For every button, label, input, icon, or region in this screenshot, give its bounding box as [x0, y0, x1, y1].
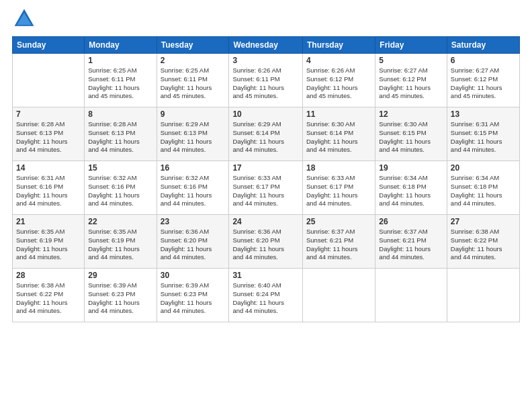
day-cell [303, 269, 375, 322]
day-cell: 19Sunrise: 6:34 AM Sunset: 6:18 PM Dayli… [375, 161, 447, 215]
page: SundayMondayTuesdayWednesdayThursdayFrid… [0, 0, 532, 411]
day-info: Sunrise: 6:40 AM Sunset: 6:24 PM Dayligh… [232, 281, 299, 316]
day-info: Sunrise: 6:37 AM Sunset: 6:21 PM Dayligh… [379, 228, 443, 262]
day-cell: 10Sunrise: 6:29 AM Sunset: 6:14 PM Dayli… [229, 107, 303, 161]
day-info: Sunrise: 6:25 AM Sunset: 6:11 PM Dayligh… [88, 66, 152, 101]
weekday-header-thursday: Thursday [303, 37, 375, 54]
day-info: Sunrise: 6:37 AM Sunset: 6:21 PM Dayligh… [306, 228, 371, 262]
day-info: Sunrise: 6:30 AM Sunset: 6:14 PM Dayligh… [306, 120, 371, 154]
day-number: 25 [306, 217, 371, 226]
day-info: Sunrise: 6:32 AM Sunset: 6:16 PM Dayligh… [88, 174, 152, 208]
day-cell: 26Sunrise: 6:37 AM Sunset: 6:21 PM Dayli… [375, 215, 447, 269]
day-number: 26 [379, 217, 443, 226]
day-number: 28 [16, 271, 81, 280]
weekday-header-saturday: Saturday [447, 37, 519, 54]
day-number: 13 [451, 109, 516, 119]
day-info: Sunrise: 6:31 AM Sunset: 6:16 PM Dayligh… [16, 174, 81, 208]
week-row-4: 21Sunrise: 6:35 AM Sunset: 6:19 PM Dayli… [13, 215, 520, 269]
week-row-2: 7Sunrise: 6:28 AM Sunset: 6:13 PM Daylig… [13, 107, 520, 161]
day-number: 19 [379, 163, 443, 173]
day-cell: 6Sunrise: 6:27 AM Sunset: 6:12 PM Daylig… [447, 54, 519, 107]
day-info: Sunrise: 6:29 AM Sunset: 6:13 PM Dayligh… [161, 120, 226, 154]
day-cell: 15Sunrise: 6:32 AM Sunset: 6:16 PM Dayli… [85, 161, 157, 215]
weekday-header-row: SundayMondayTuesdayWednesdayThursdayFrid… [13, 37, 520, 54]
day-info: Sunrise: 6:36 AM Sunset: 6:20 PM Dayligh… [161, 228, 226, 262]
day-cell: 7Sunrise: 6:28 AM Sunset: 6:13 PM Daylig… [13, 107, 85, 161]
day-number: 8 [88, 109, 152, 119]
day-number: 24 [232, 217, 299, 226]
day-cell: 12Sunrise: 6:30 AM Sunset: 6:15 PM Dayli… [375, 107, 447, 161]
week-row-3: 14Sunrise: 6:31 AM Sunset: 6:16 PM Dayli… [13, 161, 520, 215]
weekday-header-friday: Friday [375, 37, 447, 54]
day-cell: 23Sunrise: 6:36 AM Sunset: 6:20 PM Dayli… [157, 215, 229, 269]
day-number: 3 [232, 56, 299, 65]
day-info: Sunrise: 6:29 AM Sunset: 6:14 PM Dayligh… [232, 120, 299, 154]
week-row-1: 1Sunrise: 6:25 AM Sunset: 6:11 PM Daylig… [13, 54, 520, 107]
day-cell: 25Sunrise: 6:37 AM Sunset: 6:21 PM Dayli… [303, 215, 375, 269]
day-cell: 4Sunrise: 6:26 AM Sunset: 6:12 PM Daylig… [303, 54, 375, 107]
weekday-header-wednesday: Wednesday [229, 37, 303, 54]
day-cell: 22Sunrise: 6:35 AM Sunset: 6:19 PM Dayli… [85, 215, 157, 269]
day-cell: 29Sunrise: 6:39 AM Sunset: 6:23 PM Dayli… [85, 269, 157, 322]
day-cell: 13Sunrise: 6:31 AM Sunset: 6:15 PM Dayli… [447, 107, 519, 161]
day-cell [447, 269, 519, 322]
weekday-header-tuesday: Tuesday [157, 37, 229, 54]
day-number: 9 [161, 109, 226, 119]
weekday-header-sunday: Sunday [13, 37, 85, 54]
logo [12, 7, 39, 31]
day-number: 20 [451, 163, 516, 173]
day-number: 2 [161, 56, 226, 65]
day-number: 29 [88, 271, 152, 280]
day-number: 16 [161, 163, 226, 173]
day-cell: 17Sunrise: 6:33 AM Sunset: 6:17 PM Dayli… [229, 161, 303, 215]
day-number: 10 [232, 109, 299, 119]
day-info: Sunrise: 6:32 AM Sunset: 6:16 PM Dayligh… [161, 174, 226, 208]
day-info: Sunrise: 6:26 AM Sunset: 6:12 PM Dayligh… [306, 66, 371, 101]
day-info: Sunrise: 6:27 AM Sunset: 6:12 PM Dayligh… [451, 66, 516, 101]
day-number: 18 [306, 163, 371, 173]
day-info: Sunrise: 6:28 AM Sunset: 6:13 PM Dayligh… [16, 120, 81, 154]
day-info: Sunrise: 6:25 AM Sunset: 6:11 PM Dayligh… [161, 66, 226, 101]
week-row-5: 28Sunrise: 6:38 AM Sunset: 6:22 PM Dayli… [13, 269, 520, 322]
day-number: 1 [88, 56, 152, 65]
day-info: Sunrise: 6:28 AM Sunset: 6:13 PM Dayligh… [88, 120, 152, 154]
day-cell [375, 269, 447, 322]
weekday-header-monday: Monday [85, 37, 157, 54]
day-cell: 28Sunrise: 6:38 AM Sunset: 6:22 PM Dayli… [13, 269, 85, 322]
day-cell: 21Sunrise: 6:35 AM Sunset: 6:19 PM Dayli… [13, 215, 85, 269]
day-number: 23 [161, 217, 226, 226]
day-info: Sunrise: 6:38 AM Sunset: 6:22 PM Dayligh… [451, 228, 516, 262]
day-cell: 9Sunrise: 6:29 AM Sunset: 6:13 PM Daylig… [157, 107, 229, 161]
day-number: 12 [379, 109, 443, 119]
day-cell [13, 54, 85, 107]
day-cell: 2Sunrise: 6:25 AM Sunset: 6:11 PM Daylig… [157, 54, 229, 107]
day-cell: 31Sunrise: 6:40 AM Sunset: 6:24 PM Dayli… [229, 269, 303, 322]
day-cell: 18Sunrise: 6:33 AM Sunset: 6:17 PM Dayli… [303, 161, 375, 215]
day-cell: 3Sunrise: 6:26 AM Sunset: 6:11 PM Daylig… [229, 54, 303, 107]
day-info: Sunrise: 6:33 AM Sunset: 6:17 PM Dayligh… [232, 174, 299, 208]
day-number: 22 [88, 217, 152, 226]
day-number: 14 [16, 163, 81, 173]
day-info: Sunrise: 6:35 AM Sunset: 6:19 PM Dayligh… [16, 228, 81, 262]
day-cell: 14Sunrise: 6:31 AM Sunset: 6:16 PM Dayli… [13, 161, 85, 215]
day-info: Sunrise: 6:34 AM Sunset: 6:18 PM Dayligh… [379, 174, 443, 208]
day-info: Sunrise: 6:36 AM Sunset: 6:20 PM Dayligh… [232, 228, 299, 262]
day-cell: 5Sunrise: 6:27 AM Sunset: 6:12 PM Daylig… [375, 54, 447, 107]
header [12, 7, 520, 31]
logo-icon [12, 7, 36, 31]
day-info: Sunrise: 6:38 AM Sunset: 6:22 PM Dayligh… [16, 281, 81, 316]
day-cell: 27Sunrise: 6:38 AM Sunset: 6:22 PM Dayli… [447, 215, 519, 269]
day-number: 27 [451, 217, 516, 226]
day-number: 31 [232, 271, 299, 280]
day-number: 30 [161, 271, 226, 280]
day-number: 11 [306, 109, 371, 119]
day-number: 17 [232, 163, 299, 173]
day-info: Sunrise: 6:26 AM Sunset: 6:11 PM Dayligh… [232, 66, 299, 101]
day-cell: 16Sunrise: 6:32 AM Sunset: 6:16 PM Dayli… [157, 161, 229, 215]
day-info: Sunrise: 6:33 AM Sunset: 6:17 PM Dayligh… [306, 174, 371, 208]
day-info: Sunrise: 6:39 AM Sunset: 6:23 PM Dayligh… [88, 281, 152, 316]
day-cell: 1Sunrise: 6:25 AM Sunset: 6:11 PM Daylig… [85, 54, 157, 107]
day-cell: 11Sunrise: 6:30 AM Sunset: 6:14 PM Dayli… [303, 107, 375, 161]
day-info: Sunrise: 6:30 AM Sunset: 6:15 PM Dayligh… [379, 120, 443, 154]
day-cell: 20Sunrise: 6:34 AM Sunset: 6:18 PM Dayli… [447, 161, 519, 215]
